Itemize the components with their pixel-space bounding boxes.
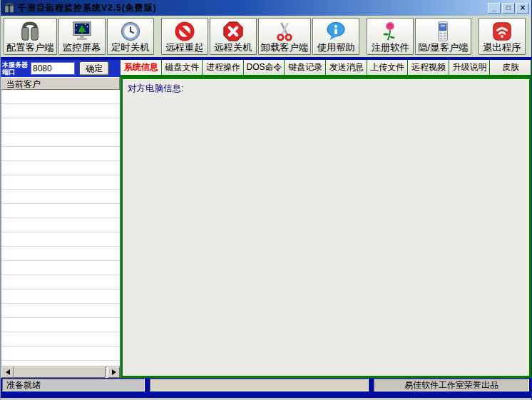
client-list-row (1, 175, 120, 190)
main-info-panel: 对方电脑信息: (121, 77, 531, 378)
content-area: 当前客户 对方电脑信息: (1, 77, 531, 378)
client-list-row (1, 332, 120, 347)
client-list-row (1, 133, 120, 147)
client-list-row (1, 147, 120, 161)
stop-x-icon (222, 21, 244, 42)
app-window: 千里目远程监控系统V2.5(免费版) _ □ × 配置客户端 (0, 0, 532, 400)
client-list-row (1, 347, 120, 361)
exit-signal-icon (491, 21, 513, 42)
client-list-row (1, 90, 120, 104)
uninstall-client-button[interactable]: 卸载客户端 (258, 18, 312, 55)
tab-skin[interactable]: 皮肤 (490, 60, 531, 75)
handheld-device-icon (432, 21, 454, 42)
client-list-row (1, 289, 120, 304)
monitor-screen-button[interactable]: 监控屏幕 (58, 18, 106, 55)
window-controls: _ □ × (488, 3, 529, 14)
rose-icon (379, 21, 401, 42)
maximize-button[interactable]: □ (502, 3, 515, 14)
server-port-input[interactable] (31, 62, 75, 75)
binoculars-icon (4, 2, 15, 14)
remote-restart-button[interactable]: 远程重起 (161, 18, 208, 55)
client-list-row (1, 232, 120, 247)
tab-disk-files[interactable]: 磁盘文件 (162, 60, 203, 75)
toolbar: 配置客户端 监控屏幕 定时关机 (1, 16, 531, 57)
client-list[interactable] (1, 90, 120, 366)
configure-client-button[interactable]: 配置客户端 (4, 18, 57, 55)
no-entry-icon (174, 21, 195, 42)
status-credit-text: 易佳软件工作室荣誉出品 (374, 379, 529, 391)
remote-computer-info-label: 对方电脑信息: (128, 83, 524, 95)
window-title: 千里目远程监控系统V2.5(免费版) (18, 2, 157, 14)
monitor-screen-icon (71, 21, 93, 42)
client-list-header[interactable]: 当前客户 (1, 77, 120, 90)
hide-show-client-button[interactable]: 隐/显客户端 (415, 18, 471, 55)
info-bubble-icon (325, 21, 347, 42)
tab-process-ops[interactable]: 进程操作 (203, 60, 244, 75)
client-list-row (1, 275, 120, 289)
client-list-row (1, 261, 120, 275)
help-button[interactable]: 使用帮助 (312, 18, 359, 55)
client-list-row (1, 161, 120, 175)
remote-shutdown-button[interactable]: 远程关机 (210, 18, 257, 55)
control-row: 本服务器端口 确定 系统信息 磁盘文件 进程操作 DOS命令 键盘记录 发送消息… (1, 60, 531, 77)
tab-remote-video[interactable]: 远程视频 (408, 60, 449, 75)
tab-key-logging[interactable]: 键盘记录 (285, 60, 326, 75)
scrollbar-thumb[interactable] (14, 366, 106, 378)
client-list-row (1, 218, 120, 232)
tab-bar: 系统信息 磁盘文件 进程操作 DOS命令 键盘记录 发送消息 上传文件 远程视频… (121, 60, 531, 77)
scroll-left-button[interactable] (1, 366, 14, 378)
minimize-button[interactable]: _ (488, 3, 501, 14)
server-port-label: 本服务器端口 (2, 61, 31, 76)
client-list-row (1, 361, 120, 366)
tab-dos-command[interactable]: DOS命令 (244, 60, 285, 75)
close-button[interactable]: × (516, 3, 529, 14)
tab-system-info[interactable]: 系统信息 (121, 60, 162, 75)
client-list-row (1, 118, 120, 133)
status-bar: 准备就绪 易佳软件工作室荣誉出品 (1, 378, 531, 400)
client-list-row (1, 318, 120, 332)
timed-shutdown-button[interactable]: 定时关机 (107, 18, 154, 55)
server-port-panel: 本服务器端口 确定 (1, 60, 121, 77)
title-bar: 千里目远程监控系统V2.5(免费版) _ □ × (1, 0, 531, 16)
client-list-row (1, 190, 120, 204)
client-list-row (1, 247, 120, 261)
status-middle-segment (150, 379, 369, 391)
horizontal-scrollbar (1, 366, 120, 378)
binoculars-icon (19, 21, 41, 42)
client-list-row (1, 204, 120, 218)
client-list-panel: 当前客户 (1, 77, 121, 378)
scissors-icon (274, 21, 295, 42)
scroll-right-button[interactable] (108, 366, 120, 378)
exit-program-button[interactable]: 退出程序 (479, 18, 526, 55)
tab-upgrade-notes[interactable]: 升级说明 (449, 60, 491, 75)
scroll-left-icon (6, 369, 10, 375)
client-list-row (1, 104, 120, 118)
client-list-row (1, 304, 120, 318)
scroll-right-icon (112, 369, 116, 375)
register-software-button[interactable]: 注册软件 (367, 18, 414, 55)
clock-icon (120, 21, 141, 42)
confirm-port-button[interactable]: 确定 (79, 61, 109, 76)
tab-upload-file[interactable]: 上传文件 (367, 60, 409, 75)
status-ready-text: 准备就绪 (2, 379, 145, 391)
tab-send-message[interactable]: 发送消息 (326, 60, 367, 75)
